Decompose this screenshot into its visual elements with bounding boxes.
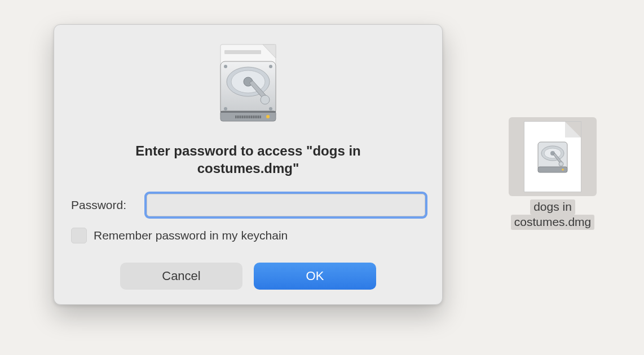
svg-point-26 xyxy=(266,115,270,118)
file-label-line2: costumes.dmg xyxy=(511,215,595,230)
dialog-title: Enter password to access "dogs in costum… xyxy=(96,142,400,177)
dmg-file-icon xyxy=(524,121,581,192)
button-row: Cancel OK xyxy=(120,263,376,290)
file-label-line1: dogs in xyxy=(530,199,575,215)
file-label: dogs in costumes.dmg xyxy=(511,199,595,230)
ok-button[interactable]: OK xyxy=(254,263,376,290)
desktop-file-dmg[interactable]: dogs in costumes.dmg xyxy=(509,117,597,230)
cancel-button[interactable]: Cancel xyxy=(120,263,242,290)
svg-point-9 xyxy=(224,107,227,110)
svg-point-8 xyxy=(269,65,272,68)
password-row: Password: xyxy=(69,194,427,216)
disk-image-icon xyxy=(209,42,288,127)
svg-rect-13 xyxy=(220,111,276,113)
svg-point-11 xyxy=(261,95,270,104)
svg-point-33 xyxy=(562,168,564,171)
svg-point-31 xyxy=(559,162,563,166)
svg-point-10 xyxy=(269,107,272,110)
file-thumb-selection xyxy=(509,117,597,196)
password-input[interactable] xyxy=(147,194,425,216)
remember-checkbox[interactable] xyxy=(71,228,87,243)
password-label: Password: xyxy=(71,198,139,212)
svg-rect-2 xyxy=(224,50,261,54)
remember-row: Remember password in my keychain xyxy=(69,228,427,243)
remember-label: Remember password in my keychain xyxy=(94,229,288,242)
svg-point-7 xyxy=(224,65,227,68)
password-dialog: Enter password to access "dogs in costum… xyxy=(54,24,443,305)
